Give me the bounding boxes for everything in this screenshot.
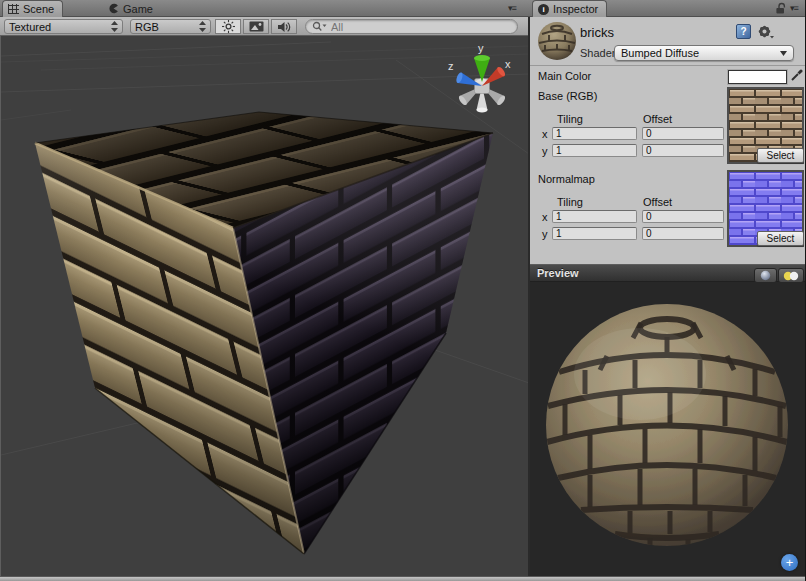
shader-dropdown[interactable]: Bumped Diffuse: [614, 45, 794, 61]
audio-toggle-button[interactable]: [271, 19, 297, 34]
scene-viewport[interactable]: y x z: [0, 36, 528, 576]
sun-icon: [222, 20, 235, 33]
scene-grid-icon: [8, 4, 19, 14]
material-name: bricks: [580, 25, 614, 40]
image-icon: [249, 21, 264, 32]
normal-offset-label: Offset: [643, 196, 672, 208]
gizmo-x-label[interactable]: x: [505, 58, 511, 70]
color-mode-value: RGB: [135, 21, 159, 33]
eyedropper-icon[interactable]: [790, 68, 804, 82]
status-bar: [0, 576, 806, 581]
normal-y-label: y: [542, 228, 548, 240]
base-tiling-label: Tiling: [557, 113, 583, 125]
color-mode-dropdown[interactable]: RGB: [130, 19, 211, 34]
shader-label: Shader: [580, 47, 615, 59]
lock-icon[interactable]: [775, 2, 787, 15]
updown-arrows-icon: [111, 21, 118, 32]
lighting-toggle-button[interactable]: [215, 19, 241, 34]
base-offset-x-field[interactable]: [642, 127, 724, 140]
updown-arrows-icon: [199, 21, 206, 32]
inspector-panel: bricks Shader Bumped Diffuse ? Main Colo…: [530, 17, 806, 576]
tab-scene[interactable]: Scene: [2, 0, 63, 17]
main-color-swatch[interactable]: [728, 70, 787, 84]
base-offset-y-field[interactable]: [642, 144, 724, 157]
preview-lighting-button[interactable]: [778, 268, 804, 283]
base-section-title: Base (RGB): [538, 90, 597, 102]
tab-inspector[interactable]: i Inspector: [532, 0, 607, 17]
normal-tiling-x-field[interactable]: [552, 210, 637, 223]
tab-game-label: Game: [123, 3, 153, 15]
unity-editor-window: Scene Game ▾≡ i Inspector ▾≡ Textured RG…: [0, 0, 806, 581]
scene-pane-menu-icon[interactable]: ▾≡: [508, 3, 516, 13]
draw-mode-dropdown[interactable]: Textured: [4, 19, 123, 34]
base-offset-label: Offset: [643, 113, 672, 125]
info-icon: i: [538, 4, 549, 15]
material-sphere-thumbnail: [536, 20, 578, 62]
base-y-label: y: [542, 145, 548, 157]
gear-icon[interactable]: [757, 24, 775, 41]
base-x-label: x: [542, 128, 548, 140]
draw-mode-value: Textured: [9, 21, 51, 33]
help-icon[interactable]: ?: [736, 24, 751, 39]
scene-search-field[interactable]: [305, 19, 518, 34]
gizmo-z-label[interactable]: z: [448, 60, 454, 72]
two-lights-icon: [783, 271, 799, 281]
normal-x-label: x: [542, 211, 548, 223]
tab-inspector-label: Inspector: [553, 3, 598, 15]
preview-viewport[interactable]: +: [530, 282, 806, 576]
render-fx-button[interactable]: [243, 19, 269, 34]
chevron-down-icon: [780, 51, 787, 56]
tab-strip: Scene Game ▾≡ i Inspector ▾≡: [0, 0, 806, 17]
tab-scene-label: Scene: [23, 3, 54, 15]
search-input[interactable]: [329, 20, 483, 34]
normal-select-button[interactable]: Select: [757, 231, 804, 246]
scene-3d-canvas[interactable]: y x z: [1, 36, 528, 576]
orientation-gizmo[interactable]: y x z: [448, 42, 511, 113]
normal-tiling-label: Tiling: [557, 196, 583, 208]
game-pacman-icon: [108, 3, 119, 14]
preview-title: Preview: [537, 267, 579, 279]
normal-offset-y-field[interactable]: [642, 227, 724, 240]
main-color-label: Main Color: [538, 70, 591, 82]
brick-cube[interactable]: [35, 112, 493, 554]
preview-header[interactable]: Preview: [530, 264, 806, 282]
gizmo-y-axis[interactable]: [474, 55, 490, 82]
base-tiling-x-field[interactable]: [552, 127, 637, 140]
tab-game[interactable]: Game: [108, 0, 153, 17]
search-icon: [312, 21, 327, 32]
sphere-icon: [760, 270, 771, 281]
inspector-pane-menu-icon[interactable]: ▾≡: [790, 3, 798, 13]
base-tiling-y-field[interactable]: [552, 144, 637, 157]
speaker-icon: [277, 21, 291, 33]
gizmo-y-label[interactable]: y: [478, 42, 484, 54]
normal-section-title: Normalmap: [538, 173, 595, 185]
scene-toolbar: Textured RGB: [0, 17, 528, 36]
normal-offset-x-field[interactable]: [642, 210, 724, 223]
shader-value: Bumped Diffuse: [621, 47, 699, 59]
preview-model-button[interactable]: [754, 268, 777, 283]
preview-zoom-button[interactable]: +: [781, 554, 798, 571]
preview-sphere[interactable]: [530, 282, 806, 576]
base-select-button[interactable]: Select: [757, 148, 804, 163]
normal-tiling-y-field[interactable]: [552, 227, 637, 240]
